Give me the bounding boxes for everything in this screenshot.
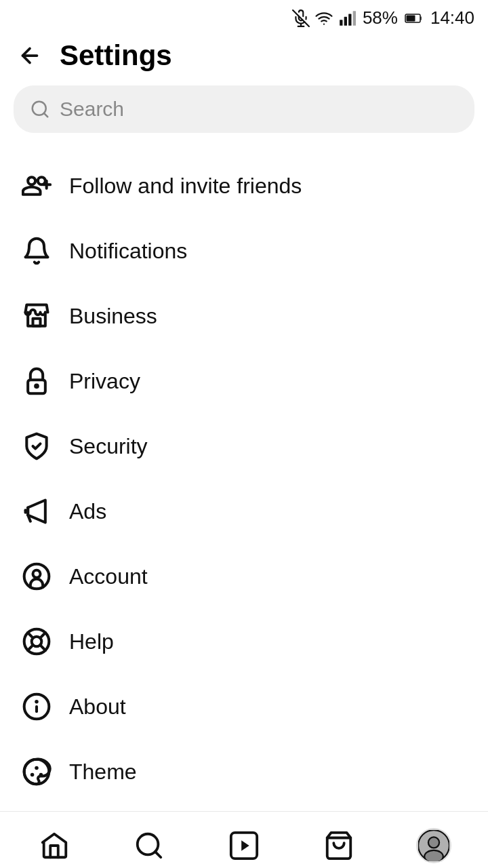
back-button[interactable] — [14, 39, 46, 72]
menu-label-about: About — [69, 694, 126, 719]
menu-label-security: Security — [69, 434, 148, 459]
time-text: 14:40 — [430, 7, 474, 28]
nav-profile[interactable] — [407, 818, 461, 869]
menu-label-help: Help — [69, 629, 114, 654]
menu-label-business: Business — [69, 304, 157, 329]
svg-line-25 — [28, 645, 33, 650]
home-icon — [39, 830, 70, 861]
menu-item-theme[interactable]: Theme — [0, 739, 488, 804]
nav-home[interactable] — [27, 818, 81, 869]
svg-line-22 — [28, 633, 33, 638]
avatar-image — [418, 830, 449, 861]
menu-label-ads: Ads — [69, 499, 106, 524]
svg-rect-4 — [340, 20, 342, 26]
menu-label-account: Account — [69, 564, 148, 589]
menu-label-notifications: Notifications — [69, 239, 187, 264]
menu-label-theme: Theme — [69, 760, 137, 785]
menu-item-notifications[interactable]: Notifications — [0, 218, 488, 283]
bottom-navigation — [0, 811, 488, 868]
battery-icon — [405, 13, 424, 24]
lifebuoy-icon — [19, 624, 54, 659]
status-icons — [292, 9, 356, 27]
menu-label-privacy: Privacy — [69, 369, 140, 394]
svg-rect-6 — [348, 14, 351, 25]
megaphone-icon — [19, 494, 54, 529]
status-bar: 58% 14:40 — [0, 0, 488, 33]
search-container: Search — [0, 85, 488, 146]
menu-list: Follow and invite friends Notifications … — [0, 146, 488, 811]
svg-point-40 — [424, 850, 443, 861]
profile-avatar — [416, 828, 451, 863]
menu-item-privacy[interactable]: Privacy — [0, 349, 488, 414]
bell-icon — [19, 233, 54, 269]
person-circle-icon — [19, 559, 54, 594]
svg-line-12 — [44, 113, 47, 117]
header: Settings — [0, 33, 488, 85]
signal-icon — [338, 9, 356, 27]
menu-item-account[interactable]: Account — [0, 544, 488, 609]
shield-check-icon — [19, 429, 54, 464]
battery-text: 58% — [363, 7, 398, 28]
svg-point-30 — [30, 773, 35, 777]
svg-line-34 — [155, 851, 161, 856]
page-title: Settings — [60, 39, 172, 72]
svg-rect-9 — [406, 15, 415, 21]
search-nav-icon — [134, 830, 165, 861]
menu-item-follow-invite[interactable]: Follow and invite friends — [0, 153, 488, 218]
svg-rect-7 — [353, 11, 356, 26]
search-bar[interactable]: Search — [14, 85, 474, 133]
svg-line-23 — [40, 645, 45, 650]
shop-nav-icon — [323, 830, 354, 861]
lock-icon — [19, 363, 54, 399]
wifi-icon — [315, 9, 333, 27]
svg-rect-15 — [33, 319, 41, 326]
search-icon — [30, 99, 50, 119]
menu-item-business[interactable]: Business — [0, 283, 488, 349]
svg-point-19 — [33, 570, 41, 578]
svg-line-24 — [40, 633, 45, 638]
info-circle-icon — [19, 689, 54, 724]
menu-item-help[interactable]: Help — [0, 609, 488, 674]
palette-icon — [19, 754, 54, 789]
svg-point-39 — [428, 837, 439, 848]
svg-point-17 — [35, 385, 38, 388]
nav-shop[interactable] — [312, 818, 366, 869]
search-placeholder: Search — [60, 98, 124, 121]
menu-item-about[interactable]: About — [0, 674, 488, 739]
menu-label-follow-invite: Follow and invite friends — [69, 174, 302, 199]
shop-icon — [19, 298, 54, 334]
menu-item-security[interactable]: Security — [0, 414, 488, 479]
add-person-icon — [19, 168, 54, 203]
mute-icon — [292, 9, 310, 27]
svg-marker-36 — [241, 840, 249, 850]
menu-item-ads[interactable]: Ads — [0, 479, 488, 544]
svg-rect-5 — [344, 16, 347, 25]
back-icon — [18, 43, 42, 68]
reels-icon — [228, 830, 260, 861]
svg-point-31 — [35, 766, 39, 770]
nav-search[interactable] — [122, 818, 176, 869]
nav-reels[interactable] — [217, 818, 271, 869]
